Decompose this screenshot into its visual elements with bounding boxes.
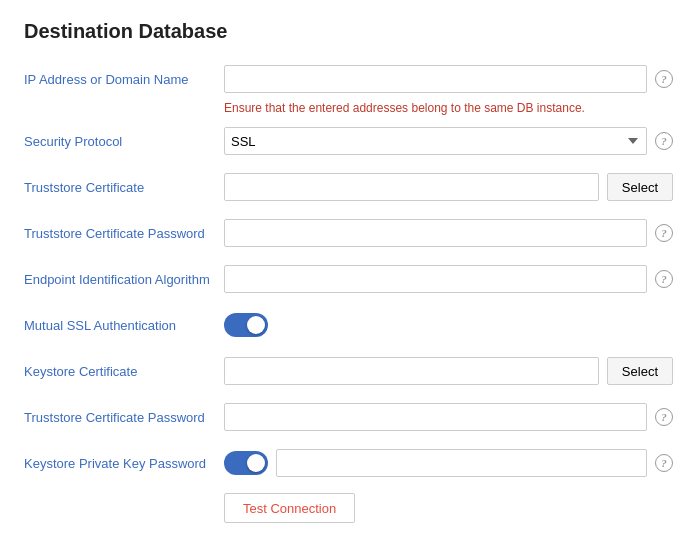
endpoint-algorithm-controls: ? bbox=[224, 265, 673, 293]
endpoint-algorithm-row: Endpoint Identification Algorithm ? bbox=[24, 263, 673, 295]
keystore-private-key-help-icon[interactable]: ? bbox=[655, 454, 673, 472]
endpoint-algorithm-help-icon[interactable]: ? bbox=[655, 270, 673, 288]
keystore-certificate-controls: Select bbox=[224, 357, 673, 385]
mutual-ssl-thumb bbox=[247, 316, 265, 334]
truststore-certificate-label: Truststore Certificate bbox=[24, 180, 224, 195]
mutual-ssl-toggle[interactable] bbox=[224, 313, 268, 337]
keystore-certificate-row: Keystore Certificate Select bbox=[24, 355, 673, 387]
truststore-password-help-icon[interactable]: ? bbox=[655, 224, 673, 242]
security-protocol-row: Security Protocol SSL TLS None ? bbox=[24, 125, 673, 157]
truststore-certificate-controls: Select bbox=[224, 173, 673, 201]
keystore-private-key-controls: ? bbox=[224, 449, 673, 477]
truststore-password-row: Truststore Certificate Password ? bbox=[24, 217, 673, 249]
security-protocol-select[interactable]: SSL TLS None bbox=[224, 127, 647, 155]
endpoint-algorithm-label: Endpoint Identification Algorithm bbox=[24, 272, 224, 287]
ip-address-label: IP Address or Domain Name bbox=[24, 72, 224, 87]
truststore-certificate-input[interactable] bbox=[224, 173, 599, 201]
keystore-certificate-input[interactable] bbox=[224, 357, 599, 385]
mutual-ssl-controls bbox=[224, 313, 673, 337]
test-connection-button[interactable]: Test Connection bbox=[224, 493, 355, 523]
truststore-password2-row: Truststore Certificate Password ? bbox=[24, 401, 673, 433]
keystore-certificate-label: Keystore Certificate bbox=[24, 364, 224, 379]
keystore-private-key-thumb bbox=[247, 454, 265, 472]
keystore-private-key-label: Keystore Private Key Password bbox=[24, 456, 224, 471]
ip-address-row: IP Address or Domain Name ? bbox=[24, 63, 673, 95]
truststore-password2-label: Truststore Certificate Password bbox=[24, 410, 224, 425]
page-title: Destination Database bbox=[24, 20, 673, 43]
ip-address-error: Ensure that the entered addresses belong… bbox=[224, 101, 673, 115]
endpoint-algorithm-input[interactable] bbox=[224, 265, 647, 293]
keystore-private-key-toggle[interactable] bbox=[224, 451, 268, 475]
ip-address-controls: ? bbox=[224, 65, 673, 93]
keystore-certificate-select-button[interactable]: Select bbox=[607, 357, 673, 385]
keystore-private-key-row: Keystore Private Key Password ? bbox=[24, 447, 673, 479]
security-protocol-label: Security Protocol bbox=[24, 134, 224, 149]
mutual-ssl-label: Mutual SSL Authentication bbox=[24, 318, 224, 333]
truststore-password-label: Truststore Certificate Password bbox=[24, 226, 224, 241]
truststore-certificate-select-button[interactable]: Select bbox=[607, 173, 673, 201]
truststore-password2-controls: ? bbox=[224, 403, 673, 431]
ip-address-input[interactable] bbox=[224, 65, 647, 93]
mutual-ssl-row: Mutual SSL Authentication bbox=[24, 309, 673, 341]
truststore-password2-help-icon[interactable]: ? bbox=[655, 408, 673, 426]
security-protocol-help-icon[interactable]: ? bbox=[655, 132, 673, 150]
truststore-password2-input[interactable] bbox=[224, 403, 647, 431]
test-connection-row: Test Connection bbox=[224, 493, 673, 523]
truststore-certificate-row: Truststore Certificate Select bbox=[24, 171, 673, 203]
keystore-private-key-input[interactable] bbox=[276, 449, 647, 477]
security-protocol-controls: SSL TLS None ? bbox=[224, 127, 673, 155]
truststore-password-input[interactable] bbox=[224, 219, 647, 247]
truststore-password-controls: ? bbox=[224, 219, 673, 247]
ip-address-help-icon[interactable]: ? bbox=[655, 70, 673, 88]
